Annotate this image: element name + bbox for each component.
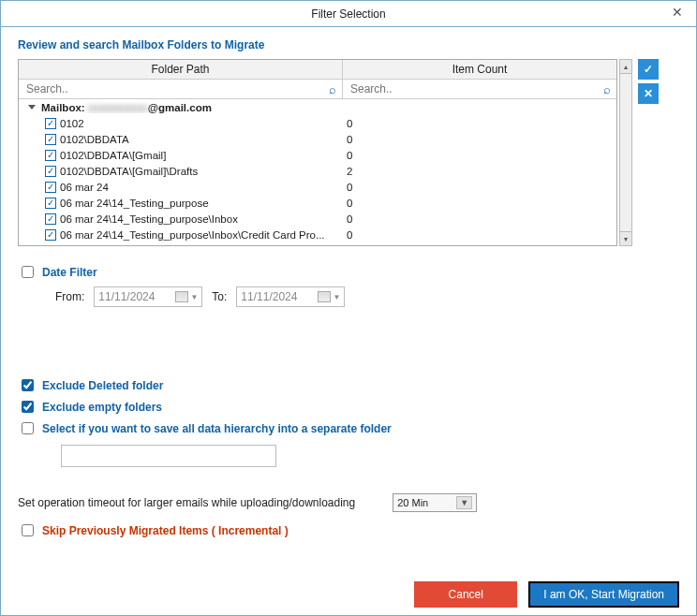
close-icon[interactable]: ✕ <box>666 3 689 22</box>
table-row[interactable]: 0102\DBDATA\[Gmail]0 <box>19 147 616 163</box>
folder-path-cell: 06 mar 24\14_Testing_purpose <box>60 198 209 209</box>
hierarchy-label: Select if you want to save all data hier… <box>42 422 392 435</box>
folder-path-cell: 0102\DBDATA <box>60 134 129 145</box>
mailbox-prefix: Mailbox: <box>41 102 85 113</box>
folder-path-cell: 06 mar 24\14_Testing_purpose\Inbox <box>60 213 238 225</box>
item-count-cell: 0 <box>343 229 616 241</box>
skip-previous-checkbox[interactable] <box>22 524 34 536</box>
hierarchy-checkbox[interactable] <box>22 422 34 434</box>
search-folder-path[interactable] <box>24 81 325 96</box>
item-count-cell: 0 <box>343 198 616 209</box>
item-count-cell: 0 <box>343 213 616 225</box>
col-item-count[interactable]: Item Count <box>343 60 616 79</box>
row-checkbox[interactable] <box>45 150 56 161</box>
table-row[interactable]: 06 mar 24\18febgunjan <box>19 242 616 245</box>
col-folder-path[interactable]: Folder Path <box>19 60 343 79</box>
search-icon[interactable]: ⌕ <box>329 82 336 96</box>
mailbox-root-row[interactable]: Mailbox: xxxxxxxxxx @gmail.com <box>19 99 616 115</box>
to-label: To: <box>212 290 227 303</box>
folder-grid: Folder Path Item Count ⌕ ⌕ Mailbox: <box>18 59 679 246</box>
table-row[interactable]: 06 mar 24\14_Testing_purpose\Inbox\Credi… <box>19 227 616 242</box>
hierarchy-folder-input[interactable] <box>61 445 276 467</box>
folder-path-cell: 0102 <box>60 118 84 129</box>
table-row[interactable]: 06 mar 24\14_Testing_purpose0 <box>19 195 616 211</box>
row-checkbox[interactable] <box>45 229 56 241</box>
exclude-deleted-label: Exclude Deleted folder <box>42 379 163 392</box>
table-row[interactable]: 01020 <box>19 115 616 131</box>
row-checkbox[interactable] <box>45 198 56 209</box>
from-label: From: <box>55 290 84 303</box>
timeout-label: Set operation timeout for larger emails … <box>18 496 355 509</box>
item-count-cell: 0 <box>343 182 616 193</box>
exclude-empty-checkbox[interactable] <box>22 401 34 413</box>
exclude-deleted-checkbox[interactable] <box>22 379 34 391</box>
item-count-cell: 0 <box>343 134 616 145</box>
timeout-select[interactable]: 20 Min ▼ <box>393 493 477 512</box>
folder-path-cell: 0102\DBDATA\[Gmail] <box>60 150 166 161</box>
date-filter-checkbox[interactable] <box>22 266 34 278</box>
item-count-cell: 0 <box>343 118 616 129</box>
item-count-cell: 2 <box>343 166 616 177</box>
table-row[interactable]: 06 mar 24\14_Testing_purpose\Inbox0 <box>19 211 616 227</box>
table-row[interactable]: 0102\DBDATA\[Gmail]\Drafts2 <box>19 163 616 179</box>
row-checkbox[interactable] <box>45 213 56 225</box>
row-checkbox[interactable] <box>45 166 56 177</box>
table-row[interactable]: 06 mar 240 <box>19 179 616 195</box>
scroll-down-icon[interactable]: ▾ <box>619 231 632 246</box>
page-heading: Review and search Mailbox Folders to Mig… <box>18 38 679 51</box>
row-checkbox[interactable] <box>45 245 56 246</box>
search-icon[interactable]: ⌕ <box>603 82 611 96</box>
item-count-cell: 0 <box>343 150 616 161</box>
check-all-button[interactable]: ✓ <box>638 59 659 80</box>
row-checkbox[interactable] <box>45 134 56 145</box>
start-migration-button[interactable]: I am OK, Start Migration <box>528 581 679 608</box>
date-from-input[interactable]: 11/11/2024 ▼ <box>94 286 202 307</box>
collapse-icon[interactable] <box>28 105 36 110</box>
scroll-up-icon[interactable]: ▴ <box>619 59 632 74</box>
window-title: Filter Selection <box>311 7 385 21</box>
row-checkbox[interactable] <box>45 118 56 129</box>
exclude-empty-label: Exclude empty folders <box>42 401 162 414</box>
folder-path-cell: 06 mar 24\18febgunjan <box>60 245 171 246</box>
row-checkbox[interactable] <box>45 182 56 193</box>
calendar-icon <box>318 291 331 302</box>
calendar-icon <box>175 291 188 302</box>
cancel-button[interactable]: Cancel <box>414 581 517 608</box>
date-filter-label: Date Filter <box>42 266 97 279</box>
folder-path-cell: 06 mar 24 <box>60 182 109 193</box>
folder-path-cell: 06 mar 24\14_Testing_purpose\Inbox\Credi… <box>60 229 325 241</box>
search-item-count[interactable] <box>348 81 600 96</box>
uncheck-all-button[interactable]: ✕ <box>638 83 659 104</box>
skip-previous-label: Skip Previously Migrated Items ( Increme… <box>42 524 289 537</box>
mailbox-name-hidden: xxxxxxxxxx <box>88 102 148 113</box>
folder-path-cell: 0102\DBDATA\[Gmail]\Drafts <box>60 166 198 177</box>
vertical-scrollbar[interactable]: ▴ ▾ <box>619 59 632 246</box>
table-row[interactable]: 0102\DBDATA0 <box>19 131 616 147</box>
date-to-input[interactable]: 11/11/2024 ▼ <box>236 286 345 307</box>
mailbox-suffix: @gmail.com <box>148 102 212 113</box>
chevron-down-icon: ▼ <box>456 496 472 509</box>
